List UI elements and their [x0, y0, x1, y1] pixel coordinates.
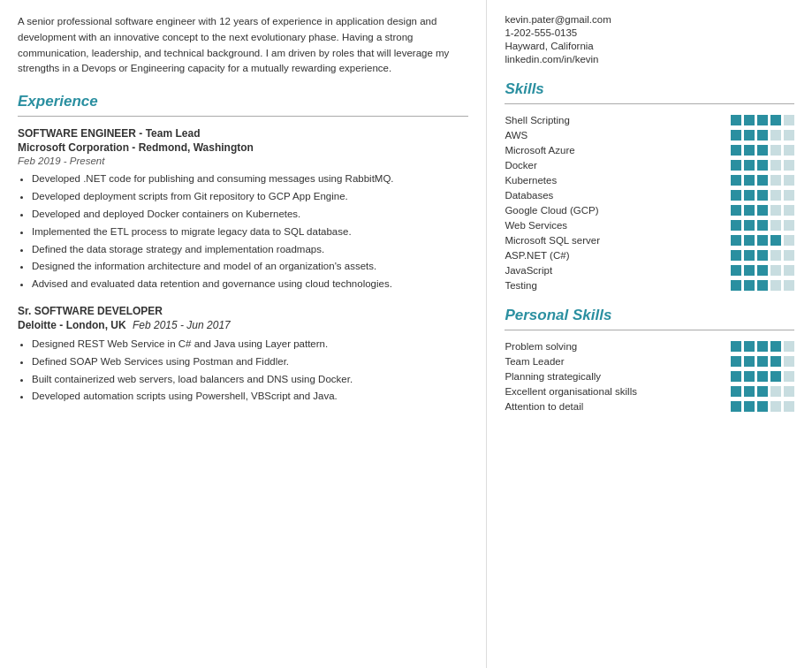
dot-empty — [770, 160, 781, 171]
contact-email: kevin.pater@gmail.com — [505, 14, 794, 25]
dot-filled — [731, 145, 741, 156]
skill-dots — [731, 145, 794, 156]
bullet-item: Developed and deployed Docker containers… — [32, 207, 468, 223]
skill-name: Docker — [505, 160, 619, 171]
resume-container: A senior professional software engineer … — [0, 0, 812, 668]
dot-empty — [784, 280, 794, 291]
skill-dots — [731, 265, 794, 276]
dot-filled — [731, 235, 741, 246]
dot-empty — [770, 175, 781, 186]
contact-phone: 1-202-555-0135 — [505, 27, 794, 38]
job-2-title: Sr. SOFTWARE DEVELOPER — [18, 305, 468, 317]
skill-row: JavaScript — [505, 265, 794, 276]
dot-filled — [757, 371, 768, 382]
dot-filled — [731, 371, 741, 382]
skill-dots — [731, 235, 794, 246]
dot-filled — [744, 130, 755, 140]
dot-filled — [757, 341, 768, 352]
dot-filled — [731, 160, 741, 171]
dot-empty — [784, 205, 794, 216]
contact-section: kevin.pater@gmail.com 1-202-555-0135 Hay… — [505, 14, 794, 65]
job-1: SOFTWARE ENGINEER - Team Lead Microsoft … — [18, 127, 468, 292]
dot-filled — [744, 341, 755, 352]
dot-filled — [757, 280, 768, 291]
dot-filled — [757, 130, 768, 140]
skill-name: Planning strategically — [505, 371, 619, 382]
personal-skills-section: Personal Skills Problem solvingTeam Lead… — [505, 307, 794, 412]
skill-name: AWS — [505, 130, 619, 140]
bullet-item: Defined SOAP Web Services using Postman … — [32, 354, 468, 370]
dot-empty — [784, 190, 794, 201]
dot-filled — [731, 190, 741, 201]
dot-filled — [757, 265, 768, 276]
job-2: Sr. SOFTWARE DEVELOPER Deloitte - London… — [18, 305, 468, 405]
skill-dots — [731, 160, 794, 171]
dot-filled — [744, 386, 755, 397]
dot-filled — [731, 280, 741, 291]
dot-empty — [784, 175, 794, 186]
skill-row: Problem solving — [505, 341, 794, 352]
dot-filled — [770, 356, 781, 367]
job-1-bullets: Developed .NET code for publishing and c… — [18, 171, 468, 292]
dot-empty — [784, 160, 794, 171]
skill-name: Attention to detail — [505, 401, 619, 412]
dot-filled — [744, 356, 755, 367]
skill-dots — [731, 205, 794, 216]
job-1-date: Feb 2019 - Present — [18, 156, 468, 166]
dot-filled — [731, 115, 741, 125]
skill-dots — [731, 356, 794, 367]
dot-empty — [784, 145, 794, 156]
skill-dots — [731, 115, 794, 125]
bullet-item: Developed .NET code for publishing and c… — [32, 171, 468, 187]
skill-dots — [731, 341, 794, 352]
dot-filled — [744, 115, 755, 125]
skill-name: Microsoft Azure — [505, 145, 619, 156]
personal-skills-divider — [505, 330, 794, 330]
dot-empty — [784, 386, 794, 397]
dot-empty — [784, 235, 794, 246]
dot-filled — [731, 401, 741, 412]
dot-filled — [744, 205, 755, 216]
bullet-item: Advised and evaluated data retention and… — [32, 277, 468, 292]
dot-filled — [731, 130, 741, 140]
dot-filled — [731, 205, 741, 216]
dot-empty — [784, 265, 794, 276]
skill-dots — [731, 250, 794, 261]
dot-filled — [770, 115, 781, 125]
dot-filled — [744, 175, 755, 186]
skill-row: Microsoft Azure — [505, 145, 794, 156]
job-1-title: SOFTWARE ENGINEER - Team Lead — [18, 127, 468, 140]
skill-name: JavaScript — [505, 265, 619, 276]
bullet-item: Designed the information architecture an… — [32, 259, 468, 275]
dot-filled — [744, 220, 755, 231]
dot-filled — [757, 356, 768, 367]
dot-empty — [770, 190, 781, 201]
skill-row: Docker — [505, 160, 794, 171]
dot-filled — [757, 250, 768, 261]
dot-empty — [784, 371, 794, 382]
dot-filled — [744, 145, 755, 156]
dot-filled — [770, 235, 781, 246]
personal-skills-title: Personal Skills — [505, 307, 794, 324]
bullet-item: Designed REST Web Service in C# and Java… — [32, 337, 468, 353]
right-column: kevin.pater@gmail.com 1-202-555-0135 Hay… — [487, 0, 812, 668]
dot-empty — [770, 280, 781, 291]
skill-dots — [731, 371, 794, 382]
dot-filled — [757, 145, 768, 156]
skill-name: Shell Scripting — [505, 115, 619, 125]
contact-location: Hayward, California — [505, 41, 794, 51]
skill-row: Excellent organisational skills — [505, 386, 794, 397]
skill-name: Microsoft SQL server — [505, 235, 619, 246]
dot-filled — [731, 265, 741, 276]
bullet-item: Developed automation scripts using Power… — [32, 389, 468, 405]
dot-filled — [757, 160, 768, 171]
dot-filled — [757, 386, 768, 397]
dot-filled — [744, 250, 755, 261]
dot-filled — [744, 190, 755, 201]
skill-name: ASP.NET (C#) — [505, 250, 619, 261]
experience-title: Experience — [18, 93, 468, 110]
personal-skills-list: Problem solvingTeam LeaderPlanning strat… — [505, 341, 794, 412]
job-2-company: Deloitte - London, UK Feb 2015 - Jun 201… — [18, 319, 231, 331]
dot-filled — [731, 220, 741, 231]
skills-title: Skills — [505, 80, 794, 98]
